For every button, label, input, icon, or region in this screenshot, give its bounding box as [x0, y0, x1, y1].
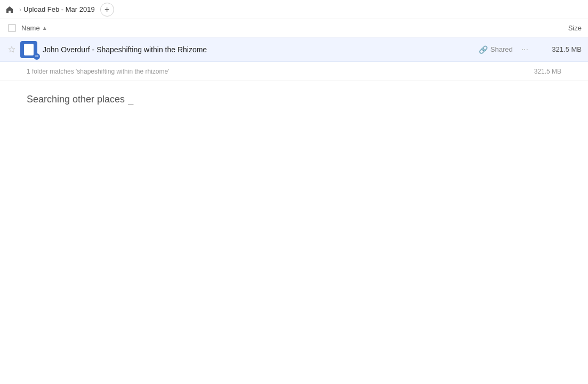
file-row[interactable]: ✏ John Overdurf - Shapeshifting within t… [0, 37, 588, 62]
loading-indicator: _ [128, 94, 133, 105]
breadcrumb-arrow: › [19, 6, 21, 13]
sort-arrow-icon: ▲ [42, 25, 47, 31]
file-folder-icon: ✏ [20, 41, 37, 58]
pencil-overlay-icon: ✏ [34, 53, 40, 60]
add-button[interactable]: + [100, 3, 114, 17]
size-column-header[interactable]: Size [539, 24, 582, 32]
column-headers: Name ▲ Size [0, 19, 588, 37]
home-icon[interactable] [4, 4, 15, 15]
link-icon: 🔗 [479, 45, 488, 54]
more-options-icon[interactable]: ··· [521, 45, 528, 54]
shared-label: Shared [490, 45, 513, 53]
breadcrumb-title[interactable]: Upload Feb - Mar 2019 [23, 5, 95, 13]
top-bar: › Upload Feb - Mar 2019 + [0, 0, 588, 19]
select-all-checkbox[interactable] [6, 23, 17, 34]
searching-section: Searching other places _ [0, 81, 588, 118]
searching-label: Searching other places [27, 94, 125, 105]
size-header-label: Size [568, 24, 582, 32]
star-icon[interactable] [6, 44, 17, 55]
shared-badge: 🔗 Shared [479, 45, 513, 54]
name-header-label: Name [21, 24, 40, 32]
match-description: 1 folder matches 'shapeshifting within t… [27, 68, 519, 75]
add-icon: + [104, 5, 109, 14]
file-size-value: 321.5 MB [539, 45, 582, 53]
match-size-value: 321.5 MB [519, 68, 561, 75]
file-name-label: John Overdurf - Shapeshifting within the… [43, 45, 479, 54]
match-info-row: 1 folder matches 'shapeshifting within t… [0, 62, 588, 81]
name-column-header[interactable]: Name ▲ [21, 24, 539, 32]
